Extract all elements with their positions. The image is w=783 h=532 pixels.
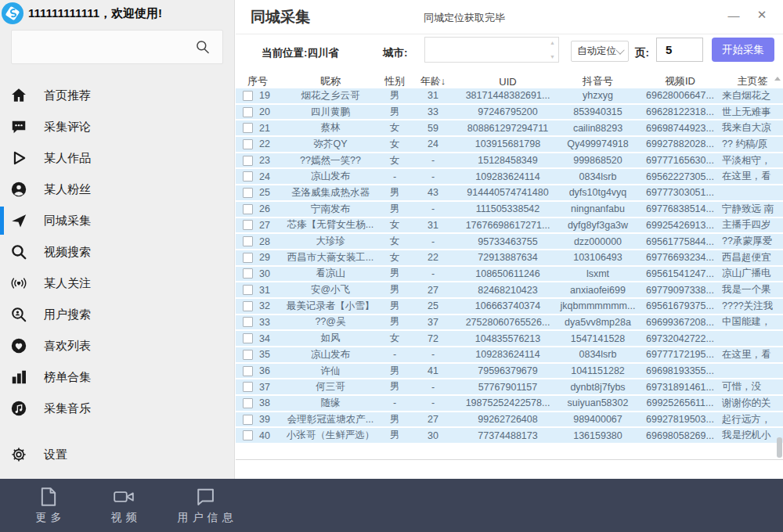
row-checkbox[interactable] <box>243 220 253 230</box>
sidebar-item-user-fans[interactable]: 某人粉丝 <box>0 174 234 205</box>
table-row[interactable]: 34如风女72104835576213154714152869732042722… <box>236 331 783 347</box>
cell-douyin-id: dyfs10tg4vyq <box>557 187 638 198</box>
row-checkbox[interactable] <box>243 285 253 295</box>
sidebar-item-rank-collection[interactable]: 榜单合集 <box>0 361 234 393</box>
table-row[interactable]: 33??@吴男3727528060765526...dya5vv8mp28a69… <box>236 315 783 332</box>
bottombar-item-user-info[interactable]: 用户信息 <box>166 486 244 525</box>
seq-number: 37 <box>259 382 270 393</box>
minimize-button[interactable]: — <box>723 5 744 24</box>
row-checkbox[interactable] <box>243 350 253 360</box>
table-row[interactable]: 27芯瘆【无臂女生杨...女3117676698617271...dyfg8yf… <box>236 218 783 235</box>
table-row[interactable]: 28大珍珍女-95733463755dzz00000069561775844..… <box>236 234 783 250</box>
sidebar-item-user-search[interactable]: 用户搜索 <box>0 299 234 330</box>
locate-mode-select[interactable]: 自动定位 <box>571 41 629 62</box>
cell-seq: 32 <box>236 300 280 311</box>
sidebar-item-home-recommend[interactable]: 首页推荐 <box>0 80 234 111</box>
sidebar-item-like-list[interactable]: 喜欢列表 <box>0 330 234 361</box>
table-row[interactable]: 23??嫣然一笑??女-1512845834999986852069777165… <box>236 153 783 170</box>
sidebar-item-collect-comments[interactable]: 采集评论 <box>0 111 234 142</box>
row-checkbox[interactable] <box>243 382 253 392</box>
city-label: 城市: <box>383 46 408 60</box>
table-row[interactable]: 39会理彰冠蓝塘农产...男27992627264089894000676992… <box>236 412 783 429</box>
filter-bar: 当前位置:四川省 城市: ▲ ▼ 自动定位 页: 5 开始采集 <box>236 34 783 75</box>
sidebar-menu: 首页推荐采集评论某人作品某人粉丝同城采集视频搜索某人关注用户搜索喜欢列表榜单合集… <box>0 80 234 424</box>
spinner-up-icon[interactable]: ▲ <box>550 40 555 45</box>
row-checkbox[interactable] <box>243 91 253 101</box>
cell-age: 31 <box>408 220 458 231</box>
table-row[interactable]: 37何三哥男-57767901157dynbt8j7fybs6973189146… <box>236 379 783 396</box>
row-checkbox[interactable] <box>243 236 253 246</box>
cell-nickname: ??嫣然一笑?? <box>280 154 381 167</box>
sidebar-item-user-follows[interactable]: 某人关注 <box>0 268 234 299</box>
city-input-box[interactable]: ▲ ▼ <box>424 37 559 63</box>
cell-video-id: 69777165630... <box>638 155 722 166</box>
scrollbar-up-icon[interactable] <box>774 77 781 81</box>
cell-nickname: 宁南发布 <box>280 203 381 216</box>
cell-uid: 57767901157 <box>458 382 557 393</box>
seq-number: 39 <box>259 414 270 425</box>
cell-seq: 36 <box>236 365 280 376</box>
table-row[interactable]: 35凉山发布--1092836241140834lsrb69777172195.… <box>236 347 783 364</box>
row-checkbox[interactable] <box>243 333 253 343</box>
table-row[interactable]: 25圣洛威集成热水器男43914440574741480dyfs10tg4vyq… <box>236 185 783 202</box>
row-checkbox[interactable] <box>243 156 253 166</box>
cell-gender: 女 <box>381 121 408 135</box>
city-input[interactable] <box>430 41 543 59</box>
close-button[interactable]: ✕ <box>752 5 772 24</box>
row-checkbox[interactable] <box>243 188 253 198</box>
sidebar-item-city-collect[interactable]: 同城采集 <box>0 205 234 236</box>
sidebar-search-box[interactable] <box>11 30 223 64</box>
row-checkbox[interactable] <box>243 398 253 408</box>
cell-age: 31 <box>408 90 458 101</box>
sidebar-item-settings[interactable]: 设置 <box>0 439 234 470</box>
page-input-box[interactable]: 5 <box>656 38 703 62</box>
column-header-3[interactable]: 年龄↓ <box>408 74 458 88</box>
bottombar-item-label: 视频 <box>107 511 141 525</box>
start-collect-button[interactable]: 开始采集 <box>712 38 774 62</box>
cell-seq: 34 <box>236 333 280 344</box>
cell-profile-sign: 在这里，看 <box>722 170 783 183</box>
row-checkbox[interactable] <box>243 366 253 376</box>
cell-video-id: 69927882028... <box>638 138 722 149</box>
search-icon[interactable] <box>195 39 211 55</box>
cell-video-id: 69777172195... <box>638 349 722 360</box>
row-checkbox[interactable] <box>243 139 253 149</box>
row-checkbox[interactable] <box>243 107 253 117</box>
scrollbar-thumb[interactable] <box>777 437 782 458</box>
sidebar-item-user-works[interactable]: 某人作品 <box>0 142 234 174</box>
row-checkbox[interactable] <box>243 415 253 425</box>
table-row[interactable]: 40小张哥（生鲜严选）男3077374488173136159380696980… <box>236 428 783 444</box>
table-row[interactable]: 38随缘--19875252422578...suiyuan5830269925… <box>236 396 783 412</box>
table-row[interactable]: 29西昌市大薔女装工...女22729138876341031064936977… <box>236 250 783 267</box>
sidebar-item-video-search[interactable]: 视频搜索 <box>0 236 234 268</box>
row-checkbox[interactable] <box>243 317 253 327</box>
cell-profile-sign: 我来自大凉 <box>722 121 783 135</box>
bottombar-item-more[interactable]: 更多 <box>23 486 74 525</box>
table-row[interactable]: 26宁南发布男-111505338542ningnanfabu697768385… <box>236 202 783 218</box>
table-row[interactable]: 31安@小飞男2782468210423anxiaofei69969779097… <box>236 282 783 299</box>
sidebar-item-label: 首页推荐 <box>44 88 91 103</box>
cell-nickname: 何三哥 <box>280 380 381 394</box>
sidebar-item-collect-music[interactable]: 采集音乐 <box>0 393 234 424</box>
bottombar-item-video[interactable]: 视频 <box>99 486 149 525</box>
table-row[interactable]: 19烟花之乡云哥男3138171448382691...yhzxyg696280… <box>236 88 783 105</box>
search-input[interactable] <box>18 35 193 59</box>
table-row[interactable]: 30看凉山男-108650611246lsxmt69561541247...凉山… <box>236 267 783 283</box>
table-row[interactable]: 21蔡林女59808861297294711cailin882936969874… <box>236 120 783 137</box>
cell-douyin-id: dya5vv8mp28a <box>557 317 638 328</box>
table-row[interactable]: 22弥芥QY女24103915681798Qy49997491869927882… <box>236 137 783 153</box>
row-checkbox[interactable] <box>243 301 253 311</box>
table-row[interactable]: 20四川黄鹏男339724679520085394031569628122318… <box>236 105 783 121</box>
row-checkbox[interactable] <box>243 171 253 182</box>
row-checkbox[interactable] <box>243 204 253 214</box>
row-checkbox[interactable] <box>243 253 253 263</box>
table-body: 19烟花之乡云哥男3138171448382691...yhzxyg696280… <box>236 88 783 444</box>
table-row[interactable]: 32最美记录者【小雪】男25106663740374jkqbmmmmmm...6… <box>236 299 783 315</box>
table-row[interactable]: 24凉山发布--1092836241140834lsrb69562227305.… <box>236 169 783 185</box>
row-checkbox[interactable] <box>243 268 253 279</box>
row-checkbox[interactable] <box>243 123 253 133</box>
cell-video-id: 69925265611... <box>638 397 722 408</box>
table-row[interactable]: 36许仙男4179596379679104115128269698193355.… <box>236 364 783 380</box>
row-checkbox[interactable] <box>243 430 253 440</box>
spinner-down-icon[interactable]: ▼ <box>550 54 555 59</box>
